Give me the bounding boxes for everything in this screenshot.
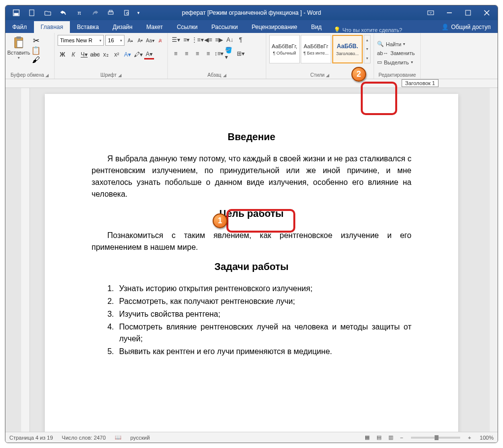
spell-check-icon[interactable]: 📖 xyxy=(115,434,122,441)
sort-icon[interactable]: A↓ xyxy=(225,35,235,45)
tab-view[interactable]: Вид xyxy=(304,21,329,33)
vertical-ruler[interactable] xyxy=(21,88,30,432)
tab-review[interactable]: Рецензирование xyxy=(245,21,304,33)
page-indicator[interactable]: Страница 4 из 19 xyxy=(9,435,53,441)
svg-rect-9 xyxy=(466,10,471,15)
bold-button[interactable]: Ж xyxy=(58,50,67,60)
justify-icon[interactable]: ≡ xyxy=(203,49,213,59)
find-button[interactable]: 🔍Найти▾ xyxy=(377,40,405,48)
underline-button[interactable]: Ч▾ xyxy=(79,50,89,60)
ribbon-options-icon[interactable] xyxy=(422,7,440,19)
strike-button[interactable]: abc xyxy=(90,50,100,60)
read-mode-icon[interactable]: ▦ xyxy=(362,433,373,442)
open-icon[interactable] xyxy=(41,6,55,19)
share-button[interactable]: 👤 Общий доступ xyxy=(435,21,498,33)
zoom-out-button[interactable]: − xyxy=(396,433,407,442)
minimize-icon[interactable] xyxy=(440,7,458,19)
text-effects-icon[interactable]: A▾ xyxy=(123,50,132,60)
list-item[interactable]: Изучить свойства рентгена; xyxy=(116,308,411,320)
word-count[interactable]: Число слов: 2470 xyxy=(62,435,106,441)
shrink-font-icon[interactable]: A▾ xyxy=(136,36,144,45)
increase-indent-icon[interactable]: ≡▶ xyxy=(214,35,224,45)
person-icon: 👤 xyxy=(441,24,449,30)
tab-references[interactable]: Ссылки xyxy=(170,21,204,33)
equation-icon[interactable]: π xyxy=(72,6,86,19)
vertical-scrollbar[interactable] xyxy=(490,88,498,432)
copy-icon[interactable]: 📋 xyxy=(31,46,41,55)
multilevel-icon[interactable]: ⋮≡▾ xyxy=(192,35,202,45)
paste-button[interactable]: Вставить ▾ xyxy=(8,35,29,60)
list-item[interactable]: Узнать историю открытия рентгеновского и… xyxy=(116,283,411,295)
subscript-button[interactable]: x₂ xyxy=(101,50,111,60)
print-layout-icon[interactable]: ▤ xyxy=(374,433,384,442)
select-button[interactable]: ▭Выделить▾ xyxy=(377,58,413,66)
style-normal[interactable]: АаБбВвГг, ¶ Обычный xyxy=(269,35,300,63)
tasks-list[interactable]: Узнать историю открытия рентгеновского и… xyxy=(116,283,411,358)
bullets-icon[interactable]: ☰▾ xyxy=(171,35,181,45)
annotation-badge-2: 2 xyxy=(351,67,366,82)
shading-icon[interactable]: 🪣▾ xyxy=(225,49,235,59)
borders-icon[interactable]: ⊞▾ xyxy=(236,49,246,59)
new-doc-icon[interactable] xyxy=(25,6,39,19)
align-left-icon[interactable]: ≡ xyxy=(171,49,181,59)
qat-dropdown-icon[interactable]: ▾ xyxy=(135,6,141,19)
heading-tasks[interactable]: Задачи работы xyxy=(92,259,411,274)
redo-icon[interactable] xyxy=(88,6,102,19)
style-heading-1[interactable]: АаБбВ. Заголово... xyxy=(332,35,363,63)
cut-icon[interactable]: ✂ xyxy=(31,36,41,45)
font-color-icon[interactable]: A▾ xyxy=(144,50,154,60)
font-group-label: Шрифт xyxy=(100,72,117,78)
preview-icon[interactable] xyxy=(120,6,133,19)
language-indicator[interactable]: русский xyxy=(130,435,150,441)
horizontal-ruler[interactable]: Заголовок 1 xyxy=(5,79,498,88)
web-layout-icon[interactable]: ▥ xyxy=(385,433,396,442)
zoom-slider[interactable] xyxy=(411,437,460,439)
grow-font-icon[interactable]: A▴ xyxy=(126,36,134,45)
clipboard-launcher-icon[interactable]: ◢ xyxy=(45,73,49,78)
svg-rect-3 xyxy=(108,12,113,14)
replace-button[interactable]: ab↔Заменить xyxy=(377,49,415,57)
highlight-icon[interactable]: 🖍▾ xyxy=(133,50,143,60)
heading-goal[interactable]: Цель работы xyxy=(92,206,411,221)
style-no-spacing[interactable]: АаБбВвГг ¶ Без инте... xyxy=(301,35,331,63)
maximize-icon[interactable] xyxy=(459,7,477,19)
print-icon[interactable] xyxy=(104,6,118,19)
styles-gallery-expand-icon[interactable]: ▴▾▾ xyxy=(364,35,371,63)
font-launcher-icon[interactable]: ◢ xyxy=(118,73,122,78)
heading-intro[interactable]: Введение xyxy=(92,129,411,144)
tab-design[interactable]: Дизайн xyxy=(106,21,139,33)
list-item[interactable]: Посмотреть влияние рентгеновских лучей н… xyxy=(116,321,411,345)
list-item[interactable]: Рассмотреть, как получают рентгеновские … xyxy=(116,296,411,307)
list-item[interactable]: Выявить как рентген и его лучи применяют… xyxy=(116,346,411,358)
undo-icon[interactable] xyxy=(57,6,70,19)
change-case-icon[interactable]: Aa▾ xyxy=(146,36,155,45)
superscript-button[interactable]: x² xyxy=(112,50,122,60)
tab-home[interactable]: Главная xyxy=(34,21,70,33)
zoom-in-button[interactable]: + xyxy=(464,433,475,442)
align-right-icon[interactable]: ≡ xyxy=(192,49,202,59)
font-name-combo[interactable]: Times New R▾ xyxy=(58,35,104,46)
tab-mailings[interactable]: Рассылки xyxy=(204,21,245,33)
paragraph-launcher-icon[interactable]: ◢ xyxy=(223,73,226,78)
decrease-indent-icon[interactable]: ◀≡ xyxy=(203,35,213,45)
line-spacing-icon[interactable]: ↕≡▾ xyxy=(214,49,224,59)
zoom-level[interactable]: 100% xyxy=(480,435,494,441)
font-size-combo[interactable]: 16▾ xyxy=(105,35,125,46)
paragraph-2[interactable]: Познакомиться с таким явлением, как рент… xyxy=(92,230,411,253)
save-icon[interactable] xyxy=(9,6,23,19)
show-marks-icon[interactable]: ¶ xyxy=(236,35,246,45)
format-painter-icon[interactable]: 🖌 xyxy=(31,56,41,64)
styles-launcher-icon[interactable]: ◢ xyxy=(326,73,329,78)
tab-file[interactable]: Файл xyxy=(5,21,34,33)
tab-insert[interactable]: Вставка xyxy=(70,21,106,33)
tell-me-search[interactable]: 💡 Что вы хотите сделать? xyxy=(334,27,403,33)
clear-format-icon[interactable]: A̷ xyxy=(156,36,164,45)
close-icon[interactable] xyxy=(478,7,496,19)
document-page[interactable]: Введение Я выбрала данную тему потому, ч… xyxy=(45,94,458,432)
align-center-icon[interactable]: ≡ xyxy=(182,49,191,59)
numbering-icon[interactable]: ≡▾ xyxy=(182,35,191,45)
replace-icon: ab↔ xyxy=(377,50,388,56)
paragraph-1[interactable]: Я выбрала данную тему потому, что каждый… xyxy=(92,153,411,200)
tab-layout[interactable]: Макет xyxy=(139,21,170,33)
italic-button[interactable]: К xyxy=(68,50,78,60)
